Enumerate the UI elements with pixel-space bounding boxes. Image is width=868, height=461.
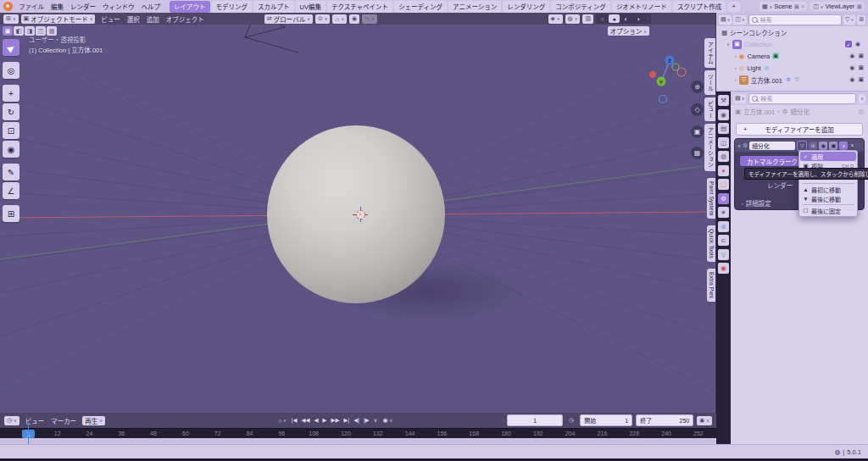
chevron-down-icon[interactable]: ∨ (644, 14, 650, 23)
tool-select-box[interactable]: ▶ (3, 39, 19, 56)
frame-start-field[interactable]: 開始 1 (580, 414, 632, 426)
display-editmode-toggle[interactable]: ⊞ (809, 142, 817, 150)
auto-keying-toggle[interactable]: ◉ ∨ (380, 416, 395, 425)
select-mode-intersect[interactable]: ▥ (47, 26, 57, 36)
hide-eye-toggle[interactable]: ◉ (849, 64, 854, 71)
modifier-icon[interactable]: ⚙ (785, 76, 792, 83)
use-preview-range-toggle[interactable]: ◷ (566, 416, 576, 425)
timeline-editor-type[interactable]: ◷ ∨ (4, 416, 19, 425)
select-mode-subtract[interactable]: ◨ (25, 26, 35, 36)
transform-orientation-dropdown[interactable]: ⇄ グローバル ∨ (264, 14, 313, 24)
display-render-toggle[interactable]: ▣ (829, 142, 837, 150)
workspace-tab[interactable]: コンポジティング (551, 1, 610, 13)
shading-material-button[interactable]: ◐ (620, 14, 632, 23)
blender-logo-icon[interactable] (3, 2, 13, 11)
xray-toggle[interactable]: ▥ (582, 14, 593, 24)
timeline-ruler[interactable]: 1224364860728496108120132144156168180192… (0, 428, 716, 438)
sidebar-tab-view[interactable]: ビュー (704, 97, 715, 121)
view-layer-selector[interactable]: ◫ ∨ ViewLayer ▣ (810, 2, 865, 11)
properties-tab-particles[interactable]: ∗ (718, 207, 729, 218)
navigation-gizmo[interactable]: Z Y (649, 53, 692, 108)
menubar-item[interactable]: レンダー (67, 2, 99, 11)
sidebar-tab-extra-pies[interactable]: Extra Pies (707, 269, 715, 302)
modifier-extras-dropdown[interactable]: ∨ (839, 142, 848, 150)
viewport-menu-item[interactable]: ビュー (97, 14, 124, 24)
chevron-right-icon[interactable]: › (735, 65, 737, 70)
tool-rotate[interactable]: ↻ (3, 103, 19, 120)
properties-tab-constraints[interactable]: ⊂ (718, 235, 729, 246)
sync-dropdown[interactable]: ○ ∨ (275, 416, 289, 425)
properties-tab-tool[interactable]: ⚒ (718, 95, 729, 106)
frame-end-field[interactable]: 終了 250 (636, 414, 693, 426)
properties-tab-object[interactable]: ▢ (718, 179, 729, 190)
advanced-settings-row[interactable]: › 詳細設定 (742, 198, 771, 208)
modifier-name-field[interactable]: 細分化 (749, 142, 795, 150)
properties-tab-material[interactable]: ◉ (718, 263, 729, 274)
transport-next-frame[interactable]: |▶ (362, 417, 371, 424)
select-mode-invert[interactable]: ◫ (36, 26, 46, 36)
transport-play[interactable]: ▶ (321, 417, 329, 424)
outliner-row-scene-collection[interactable]: ▦ シーンコレクション (716, 26, 868, 38)
menubar-item[interactable]: 編集 (47, 2, 67, 11)
scene-selector[interactable]: ▦ ∨ Scene ▣ × (760, 2, 807, 11)
workspace-tab[interactable]: スクリプト作成 (673, 1, 726, 13)
viewport-canvas[interactable]: ユーザー・透視投影 (1) Collection | 立方体.001 ▣◧◨◫▥… (0, 25, 715, 413)
shading-rendered-button[interactable]: ◑ (632, 14, 643, 23)
tool-annotate[interactable]: ✎ (3, 164, 19, 181)
workspace-tab[interactable]: UV編集 (296, 1, 326, 13)
snap-toggle[interactable]: ∩ ∨ (332, 14, 347, 24)
hide-eye-toggle[interactable]: ◉ (855, 41, 860, 47)
chevron-down-icon[interactable]: ∨ (372, 417, 380, 424)
viewport-menu-item[interactable]: 選択 (124, 14, 143, 24)
sidebar-tab-quick-tools[interactable]: Quick Tools (707, 225, 715, 262)
catmull-clark-button[interactable]: カトマルクラーク (740, 156, 804, 166)
properties-tab-view-layer[interactable]: ◫ (718, 137, 729, 148)
workspace-tab[interactable]: アニメーション (448, 1, 501, 13)
options-dropdown[interactable]: オプション ∨ (608, 26, 649, 36)
workspace-tab[interactable]: シェーディング (394, 1, 447, 13)
workspace-tab[interactable]: モデリング (212, 1, 253, 13)
copy-icon[interactable]: ▣ (856, 3, 862, 10)
menu-item-pin-to-last[interactable]: ☐ 最後に固定 (800, 206, 856, 215)
properties-tab-object-data[interactable]: ▽ (718, 249, 729, 260)
keying-set-button[interactable]: ◉ ∨ (697, 416, 712, 425)
select-mode-set[interactable]: ▣ (3, 26, 13, 36)
add-modifier-button[interactable]: + モディファイアーを追加 (736, 123, 863, 136)
properties-tab-physics[interactable]: ⊚ (718, 221, 729, 232)
timeline-menu-item[interactable]: ビュー (22, 416, 48, 425)
breadcrumb-object[interactable]: 立方体.001 (743, 107, 775, 116)
drag-handle-icon[interactable]: ∷ (856, 142, 860, 149)
menu-item-move-to-last[interactable]: ▼ 最後に移動 (800, 194, 856, 203)
workspace-tab[interactable]: テクスチャペイント (327, 1, 392, 13)
properties-options-button[interactable]: ∨ (859, 94, 865, 103)
tool-scale[interactable]: ⊡ (3, 122, 19, 139)
properties-tab-scene[interactable]: ◍ (718, 151, 729, 162)
hide-eye-toggle[interactable]: ◉ (849, 53, 854, 59)
display-realtime-toggle[interactable]: ◉ (819, 142, 827, 150)
shading-wireframe-button[interactable]: ○ (597, 14, 608, 23)
tool-cursor[interactable]: ◎ (3, 62, 19, 79)
properties-editor-type[interactable]: ▤∨ (733, 94, 746, 103)
outliner-row-light[interactable]: › ◎ Light ◎ ◉ ▣ (716, 62, 868, 74)
transport-jump-to-end[interactable]: ▶| (342, 417, 352, 424)
workspace-tab[interactable]: + (727, 2, 739, 12)
close-icon[interactable]: × (801, 3, 804, 9)
chevron-right-icon[interactable]: › (735, 53, 737, 58)
expand-icon[interactable]: ∨ (737, 143, 741, 148)
timeline-menu-item[interactable]: マーカー (47, 416, 80, 425)
workspace-tab[interactable]: スカルプト (253, 1, 294, 13)
new-collection-button[interactable]: ⊞ (857, 15, 865, 25)
render-visibility-toggle[interactable]: ▣ (858, 76, 864, 83)
transport-prev-keyframe[interactable]: ◀◀ (300, 417, 312, 424)
pivot-point-dropdown[interactable]: ⊙ ∨ (315, 14, 331, 24)
outliner-row-camera[interactable]: › ◉ Camera ▣ ◉ ▣ (716, 50, 868, 62)
outliner-filter-mode[interactable]: ◫∨ (733, 15, 746, 25)
falloff-dropdown[interactable]: ∿ ∨ (362, 14, 377, 24)
sidebar-tab-item[interactable]: アイテム (704, 38, 715, 68)
menubar-item[interactable]: ウィンドウ (99, 2, 138, 11)
filter-button[interactable]: ▽∨ (843, 15, 855, 25)
playhead[interactable] (28, 422, 29, 444)
outliner-search-input[interactable] (760, 17, 838, 23)
viewport-menu-item[interactable]: 追加 (143, 14, 163, 24)
breadcrumb-modifier[interactable]: 細分化 (790, 107, 810, 116)
